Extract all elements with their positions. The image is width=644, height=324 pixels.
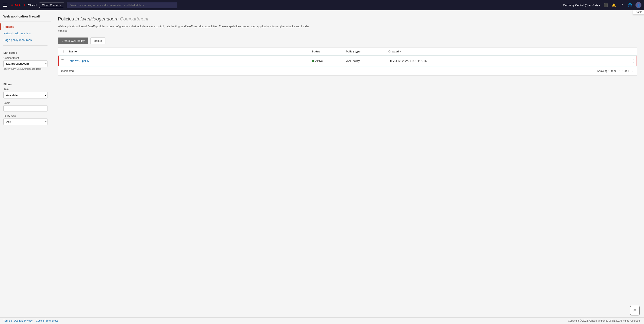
row-actions-cell: ⋮ — [628, 56, 636, 66]
cookie-preferences-link[interactable]: Cookie Preferences — [36, 319, 58, 322]
state-select[interactable]: Any state — [4, 92, 48, 99]
policy-type-filter-field: Policy type Any — [4, 115, 48, 125]
showing-text: Showing 1 item — [597, 69, 616, 73]
main-layout: Web application firewall Policies Networ… — [0, 10, 644, 317]
sidebar-item-edge-policy-resources[interactable]: Edge policy resources — [0, 37, 51, 43]
nav-right: Germany Central (Frankfurt) ▾ ⬛ 🔔 ? 🌐 👤 — [563, 2, 642, 8]
list-scope-section: List scope Compartment IwanHoogendoorn (… — [0, 48, 51, 75]
compartment-path: (root)/NETWORK/IwanHoogendoorn — [4, 68, 48, 70]
oracle-logo: ORACLE Cloud — [11, 3, 37, 7]
row-name-cell: hub-WAF-policy — [67, 56, 309, 66]
name-filter-field: Name — [4, 102, 48, 112]
compartment-field: Compartment IwanHoogendoorn (root)/NETWO… — [4, 57, 48, 70]
policy-type-label: Policy type — [4, 115, 48, 117]
notifications-icon[interactable]: 🔔 — [611, 3, 616, 8]
status-text: Active — [315, 59, 323, 63]
select-all-checkbox[interactable] — [61, 50, 64, 53]
sidebar-item-network-address-lists[interactable]: Network address lists — [0, 30, 51, 37]
prev-page-button[interactable]: ‹ — [617, 69, 621, 73]
next-page-button[interactable]: › — [630, 69, 634, 73]
checkbox-header — [58, 48, 67, 55]
filters-title: Filters — [4, 83, 48, 86]
compartment-label: Compartment — [4, 57, 48, 60]
row-context-menu-button[interactable]: ⋮ — [630, 58, 637, 64]
sidebar: Web application firewall Policies Networ… — [0, 10, 51, 317]
created-header[interactable]: Created ▼ — [386, 48, 628, 55]
row-status-cell: Active — [309, 56, 343, 66]
state-filter-field: State Any state — [4, 88, 48, 99]
sidebar-item-policies[interactable]: Policies — [0, 24, 51, 30]
sidebar-title: Web application firewall — [0, 15, 51, 22]
main-content: Policies in IwanHoogendoorn Compartment … — [51, 10, 644, 317]
row-checkbox-cell — [58, 56, 67, 66]
create-waf-policy-button[interactable]: Create WAF policy — [58, 38, 88, 44]
region-selector[interactable]: Germany Central (Frankfurt) ▾ — [563, 4, 600, 7]
name-label: Name — [4, 102, 48, 104]
bottom-footer: Terms of Use and Privacy Cookie Preferen… — [0, 317, 644, 324]
table-footer: 0 selected Showing 1 item ‹ 1 of 1 › — [58, 66, 637, 76]
policy-link[interactable]: hub-WAF-policy — [70, 59, 89, 63]
cloud-classic-button[interactable]: Cloud Classic > — [39, 3, 64, 8]
copyright-text: Copyright © 2024, Oracle and/or its affi… — [568, 319, 640, 322]
hamburger-menu[interactable] — [2, 3, 8, 8]
name-input[interactable] — [4, 105, 48, 112]
status-header: Status — [309, 48, 343, 55]
search-input[interactable] — [67, 2, 178, 8]
policy-type-header: Policy type — [343, 48, 386, 55]
status-dot — [312, 60, 314, 62]
selected-count: 0 selected — [61, 69, 74, 73]
row-checkbox[interactable] — [61, 60, 64, 62]
policies-table: Name Status Policy type Created ▼ hub-WA… — [58, 48, 637, 76]
sort-icon: ▼ — [400, 50, 402, 53]
compartment-select[interactable]: IwanHoogendoorn — [4, 60, 48, 67]
delete-button[interactable]: Delete — [90, 38, 106, 44]
help-widget[interactable]: ⊞ — [630, 306, 640, 315]
list-scope-title: List scope — [4, 51, 48, 54]
terms-link[interactable]: Terms of Use and Privacy — [4, 319, 32, 322]
policy-type-select[interactable]: Any — [4, 118, 48, 125]
row-created-cell: Fri, Jul 12, 2024, 11:01:44 UTC — [386, 56, 628, 66]
table-row: hub-WAF-policy Active WAF policy Fri, Ju… — [58, 56, 637, 66]
page-description: Web application firewall (WAF) policies … — [58, 24, 314, 33]
top-navigation: ORACLE Cloud Cloud Classic > Germany Cen… — [0, 0, 644, 10]
help-icon[interactable]: ? — [619, 3, 624, 8]
oracle-text: ORACLE — [11, 3, 26, 7]
status-badge: Active — [312, 59, 323, 63]
developer-tools-icon[interactable]: ⬛ — [603, 3, 608, 8]
profile-tooltip: Profile — [633, 10, 644, 15]
name-header: Name — [67, 48, 309, 55]
help-widget-icon: ⊞ — [633, 308, 636, 313]
filters-section: Filters State Any state Name Policy type… — [0, 79, 51, 130]
toolbar: Create WAF policy Delete — [58, 38, 637, 44]
footer-links: Terms of Use and Privacy Cookie Preferen… — [4, 319, 58, 322]
table-header: Name Status Policy type Created ▼ — [58, 48, 637, 56]
row-policy-type-cell: WAF policy — [343, 56, 386, 66]
user-avatar[interactable]: 👤 — [636, 2, 642, 8]
actions-header — [628, 48, 637, 55]
pagination: Showing 1 item ‹ 1 of 1 › — [597, 69, 634, 73]
cloud-text: Cloud — [28, 4, 37, 7]
page-title: Policies in IwanHoogendoorn Compartment — [58, 16, 637, 22]
page-indicator: 1 of 1 — [622, 69, 629, 73]
language-icon[interactable]: 🌐 — [628, 3, 632, 8]
state-label: State — [4, 88, 48, 91]
chevron-down-icon: ▾ — [599, 4, 600, 7]
